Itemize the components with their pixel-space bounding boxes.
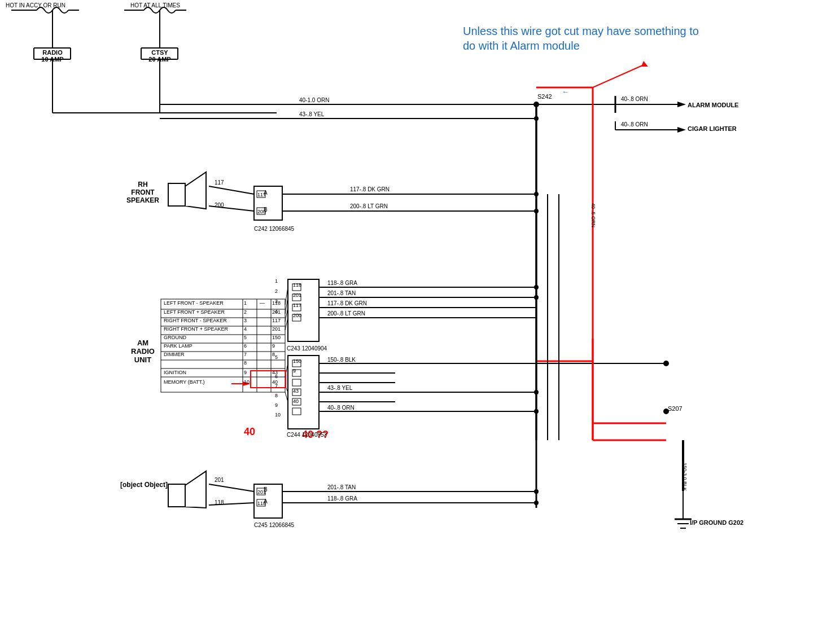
pin6-id: 9 bbox=[272, 343, 275, 349]
pin2-num: 2 bbox=[244, 309, 247, 315]
pin5-label: GROUND bbox=[164, 335, 186, 340]
ground-label: I/P GROUND G202 bbox=[690, 519, 743, 526]
c242-117: 117 bbox=[257, 192, 266, 198]
c243-200: 200 bbox=[293, 313, 301, 318]
svg-rect-32 bbox=[168, 183, 185, 206]
fuse1-label: HOT IN ACCY OR RUN bbox=[5, 2, 67, 8]
svg-point-125 bbox=[534, 192, 539, 196]
svg-point-124 bbox=[534, 295, 539, 300]
cigar-lighter-label: CIGAR LIGHTER bbox=[688, 125, 737, 132]
s207-label: S207 bbox=[668, 405, 683, 412]
pin10-num: 10 bbox=[244, 379, 250, 385]
rh-speaker-label: RHFRONTSPEAKER bbox=[120, 181, 165, 204]
svg-marker-102 bbox=[185, 471, 206, 508]
wire-201-tan: 201-.8 TAN bbox=[327, 290, 356, 296]
wire-w1: 40-1.0 ORN bbox=[299, 97, 329, 103]
pin6-num: 6 bbox=[244, 343, 247, 349]
wire-alarm: 40-.8 ORN bbox=[621, 96, 648, 102]
pin3-num: 3 bbox=[244, 318, 247, 323]
pin9-num: 9 bbox=[244, 370, 247, 375]
c244-num5: 5 bbox=[275, 354, 278, 360]
pin2-id: 201 bbox=[272, 309, 281, 315]
svg-marker-24 bbox=[677, 102, 686, 107]
rh-wire-117: 117 bbox=[215, 179, 224, 186]
alarm-module-label: ALARM MODULE bbox=[688, 102, 738, 108]
annotation-arrow: ← bbox=[562, 87, 569, 96]
pin1-id: 118 bbox=[272, 300, 281, 306]
c243-label: C243 12040904 bbox=[287, 345, 327, 352]
pin4-label: RIGHT FRONT + SPEAKER bbox=[164, 326, 228, 332]
pin8-num: 8 bbox=[244, 360, 247, 366]
pin3-id: 117 bbox=[272, 318, 281, 323]
wire-43-yel: 43-.8 YEL bbox=[327, 385, 352, 391]
c243-118: 118 bbox=[293, 282, 301, 288]
diagram-svg bbox=[0, 0, 840, 623]
pin1-label: LEFT FRONT - SPEAKER bbox=[164, 300, 224, 306]
pin9-label: IGNITION bbox=[164, 370, 186, 375]
pin1-wire: — bbox=[260, 300, 265, 306]
wire-117-dk-grn: 117-.8 DK GRN bbox=[350, 186, 390, 192]
annotation-text: Unless this wire got cut may have someth… bbox=[463, 24, 700, 53]
svg-point-123 bbox=[534, 285, 539, 289]
c244-43: 43 bbox=[293, 388, 299, 394]
wire-40-orn: 40-.8 ORN bbox=[327, 405, 355, 411]
fuse2-label: HOT AT ALL TIMES bbox=[121, 2, 189, 8]
wire-w2: 43-.8 YEL bbox=[299, 111, 324, 117]
red-forty-1: 40 bbox=[244, 426, 255, 438]
svg-rect-80 bbox=[292, 408, 301, 415]
wire-118-gra-2: 118-.8 GRA bbox=[327, 495, 357, 502]
c243-num2: 2 bbox=[275, 288, 278, 294]
ctsy-amp-label: CTSY20 AMP bbox=[140, 49, 180, 63]
svg-marker-27 bbox=[677, 127, 686, 133]
pin5-num: 5 bbox=[244, 335, 247, 340]
svg-line-110 bbox=[209, 484, 254, 492]
wire-118-gra: 118-.8 GRA bbox=[327, 280, 357, 286]
svg-point-130 bbox=[534, 501, 539, 505]
c245-118: 118 bbox=[257, 501, 266, 506]
svg-marker-31 bbox=[641, 61, 648, 67]
wire-200-lt-grn: 200-.8 LT GRN bbox=[350, 203, 388, 209]
wire-117-dk-grn-2: 117-.8 DK GRN bbox=[327, 300, 367, 306]
wire-vertical: 40-.5 ORN bbox=[590, 203, 596, 227]
lh-wire-201: 201 bbox=[215, 477, 224, 483]
svg-point-129 bbox=[534, 489, 539, 494]
c244-num9: 9 bbox=[275, 402, 278, 408]
c245-201: 201 bbox=[257, 489, 266, 495]
c244-num8: 8 bbox=[275, 393, 278, 398]
svg-rect-77 bbox=[292, 379, 301, 386]
pin6-label: PARK LAMP bbox=[164, 343, 193, 349]
rh-wire-200: 200 bbox=[215, 202, 224, 208]
c244-label: C244 12040953 bbox=[287, 432, 327, 438]
lh-speaker-label: [object Object] bbox=[120, 481, 165, 489]
radio-unit-label: AMRADIOUNIT bbox=[120, 339, 165, 364]
c245-label: C245 12066845 bbox=[254, 522, 288, 528]
c244-40: 40 bbox=[293, 398, 299, 404]
c244-150: 150 bbox=[293, 358, 301, 364]
svg-rect-101 bbox=[168, 484, 185, 507]
wire-200-lt-grn-2: 200-.8 LT GRN bbox=[327, 310, 365, 317]
svg-point-128 bbox=[534, 409, 539, 414]
pin3-label: RIGHT FRONT - SPEAKER bbox=[164, 318, 227, 323]
c243-201: 201 bbox=[293, 292, 301, 298]
svg-marker-33 bbox=[185, 172, 206, 209]
c244-box1: 9 bbox=[293, 368, 296, 374]
c244-num6: 6 bbox=[275, 374, 278, 379]
pin2-label: LEFT FRONT + SPEAKER bbox=[164, 309, 225, 315]
svg-point-131 bbox=[534, 116, 539, 121]
c242-200: 200 bbox=[257, 209, 266, 214]
wire-150-blk: 150-.8 BLK bbox=[327, 357, 356, 363]
pin1-num: 1 bbox=[244, 300, 247, 306]
wire-cigar: 40-.8 ORN bbox=[621, 121, 648, 128]
svg-line-30 bbox=[593, 65, 644, 87]
wire-150-blk-vert: 150-3.0 BLK bbox=[682, 463, 688, 491]
s242-label: S242 bbox=[537, 93, 552, 100]
wire-201-tan-2: 201-.8 TAN bbox=[327, 484, 356, 490]
c243-num1: 1 bbox=[275, 278, 278, 284]
c244-num7: 7 bbox=[275, 383, 278, 389]
c242-label: C242 12066845 bbox=[254, 226, 288, 232]
pin5-id: 150 bbox=[272, 335, 281, 340]
c244-num10: 10 bbox=[275, 412, 281, 418]
radio-amp-label: RADIO10 AMP bbox=[33, 49, 72, 63]
pin7-num: 7 bbox=[244, 352, 247, 357]
svg-line-42 bbox=[209, 186, 254, 194]
